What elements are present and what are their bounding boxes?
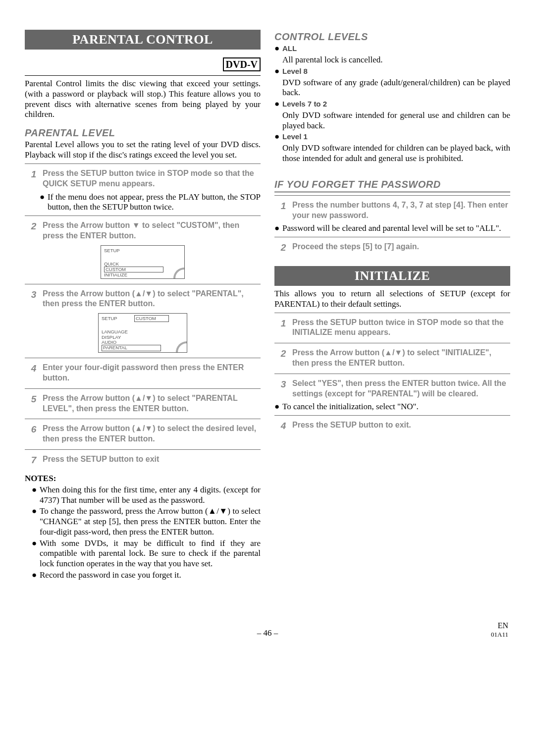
bullet-icon: ● — [274, 223, 282, 234]
notes-heading: NOTES: — [25, 474, 261, 484]
step-number: 3 — [25, 289, 43, 300]
level-all: ● ALL — [274, 44, 510, 54]
step-number: 1 — [274, 318, 292, 329]
step-number: 5 — [25, 393, 43, 405]
step-text: Press the SETUP button to exit — [43, 454, 261, 465]
divider — [25, 75, 261, 76]
level-1-text: Only DVD software intended for children … — [274, 143, 510, 163]
step-6: 6 Press the Arrow button (▲/▼) to select… — [25, 421, 261, 446]
step-number: 4 — [274, 420, 292, 432]
page-footer: – 46 – EN 01A11 — [25, 621, 510, 638]
bullet-icon: ● — [32, 539, 40, 549]
init-step-3: 3 Select "YES", then press the ENTER but… — [274, 376, 510, 401]
initialize-heading: INITIALIZE — [274, 266, 510, 286]
footer-lang: EN — [469, 621, 508, 631]
step-text: Enter your four-digit password then pres… — [43, 363, 261, 383]
step-text: Press the SETUP button twice in STOP mod… — [43, 168, 261, 189]
setup-menu-diagram-2: SETUP CUSTOM LANGUAGE DISPLAY AUDIO PARE… — [98, 313, 187, 353]
forget-password-subhead: IF YOU FORGET THE PASSWORD — [274, 178, 510, 190]
step-number: 4 — [25, 363, 43, 374]
parental-level-subhead: PARENTAL LEVEL — [25, 127, 261, 139]
dvd-v-badge: DVD-V — [223, 57, 261, 71]
step-number: 3 — [274, 378, 292, 390]
init-step-1: 1 Press the SETUP button twice in STOP m… — [274, 315, 510, 340]
bullet-icon: ● — [274, 44, 282, 54]
bullet-icon: ● — [32, 485, 40, 495]
step-text: Press the Arrow button (▲/▼) to select t… — [43, 424, 261, 444]
bullet-icon: ● — [274, 132, 282, 142]
note-item: ● Record the password in case you forget… — [25, 570, 261, 581]
step-number: 2 — [274, 242, 292, 253]
step-1: 1 Press the SETUP button twice in STOP m… — [25, 165, 261, 191]
level-7-2: ● Levels 7 to 2 — [274, 99, 510, 109]
step-number: 1 — [25, 168, 43, 180]
bullet-icon: ● — [32, 570, 40, 581]
bullet-icon: ● — [40, 192, 48, 203]
step-number: 2 — [25, 220, 43, 232]
parental-control-heading: PARENTAL CONTROL — [25, 30, 261, 50]
level-8-text: DVD software of any grade (adult/general… — [274, 78, 510, 98]
step-number: 2 — [274, 348, 292, 359]
forget-step-2: 2 Proceed the steps [5] to [7] again. — [274, 239, 510, 255]
note-item: ● When doing this for the first time, en… — [25, 485, 261, 505]
setup-menu-diagram-1: SETUP QUICK CUSTOM INITIALIZE — [101, 245, 185, 279]
step-number: 6 — [25, 424, 43, 435]
step-text: Press the Arrow button (▲/▼) to select "… — [43, 393, 261, 414]
bullet-icon: ● — [32, 506, 40, 517]
step-text: Press the SETUP button twice in STOP mod… — [292, 318, 510, 338]
step-text: Proceed the steps [5] to [7] again. — [292, 242, 510, 252]
forget-step-1: 1 Press the number buttons 4, 7, 3, 7 at… — [274, 197, 510, 223]
initialize-intro: This allows you to return all selections… — [274, 289, 510, 309]
step-text: Press the Arrow button ▼ to select "CUST… — [43, 220, 261, 241]
forget-note: ● Password will be cleared and parental … — [274, 223, 510, 234]
step-3: 3 Press the Arrow button (▲/▼) to select… — [25, 286, 261, 312]
step-7: 7 Press the SETUP button to exit — [25, 451, 261, 468]
level-7-2-text: Only DVD software intended for general u… — [274, 110, 510, 131]
parental-level-intro: Parental Level allows you to set the rat… — [25, 140, 261, 160]
intro-text: Parental Control limits the disc viewing… — [25, 79, 261, 120]
step-2: 2 Press the Arrow button ▼ to select "CU… — [25, 217, 261, 243]
level-1: ● Level 1 — [274, 132, 510, 142]
note-item: ● With some DVDs, it may be difficult to… — [25, 539, 261, 569]
level-8: ● Level 8 — [274, 66, 510, 77]
level-all-text: All parental lock is cancelled. — [274, 55, 510, 65]
step-text: Select "YES", then press the ENTER butto… — [292, 378, 510, 399]
init-step-2: 2 Press the Arrow button (▲/▼) to select… — [274, 345, 510, 371]
step-5: 5 Press the Arrow button (▲/▼) to select… — [25, 390, 261, 416]
step-text: Press the number buttons 4, 7, 3, 7 at s… — [292, 200, 510, 221]
footer-code: 01A11 — [469, 631, 508, 639]
note-item: ● To change the password, press the Arro… — [25, 506, 261, 537]
step-4: 4 Enter your four-digit password then pr… — [25, 360, 261, 385]
step-text: Press the Arrow button (▲/▼) to select "… — [292, 348, 510, 369]
control-levels-subhead: CONTROL LEVELS — [274, 31, 510, 43]
page-number: – 46 – — [66, 628, 469, 639]
bullet-icon: ● — [274, 66, 282, 77]
bullet-icon: ● — [274, 99, 282, 109]
step-note: ● If the menu does not appear, press the… — [25, 192, 261, 213]
step-number: 7 — [25, 454, 43, 466]
init-note: ● To cancel the initialization, select "… — [274, 402, 510, 412]
step-number: 1 — [274, 200, 292, 212]
step-text: Press the SETUP button to exit. — [292, 420, 510, 431]
init-step-4: 4 Press the SETUP button to exit. — [274, 417, 510, 433]
step-text: Press the Arrow button (▲/▼) to select "… — [43, 289, 261, 310]
bullet-icon: ● — [274, 402, 282, 412]
